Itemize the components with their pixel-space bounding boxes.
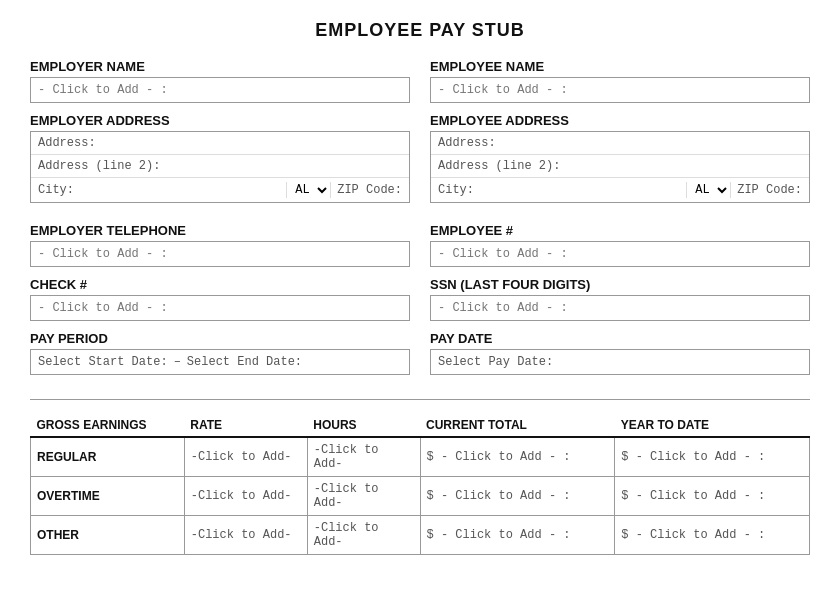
employer-name-group: EMPLOYER NAME bbox=[30, 59, 410, 103]
page-title: EMPLOYEE PAY STUB bbox=[30, 20, 810, 41]
earnings-table: GROSS EARNINGS RATE HOURS CURRENT TOTAL … bbox=[30, 414, 810, 555]
pay-period-box[interactable]: Select Start Date: – Select End Date: bbox=[30, 349, 410, 375]
employer-address-line1: Address: bbox=[31, 132, 409, 155]
th-gross: GROSS EARNINGS bbox=[31, 414, 185, 437]
employer-telephone-label: EMPLOYER TELEPHONE bbox=[30, 223, 410, 238]
earnings-row: REGULAR -Click to Add- -Click to Add- $ … bbox=[31, 437, 810, 477]
earnings-ytd-1[interactable]: $ - Click to Add - : bbox=[615, 477, 810, 516]
check-number-group: CHECK # bbox=[30, 277, 410, 321]
earnings-current-0[interactable]: $ - Click to Add - : bbox=[420, 437, 615, 477]
employer-name-label: EMPLOYER NAME bbox=[30, 59, 410, 74]
employee-name-group: EMPLOYEE NAME bbox=[430, 59, 810, 103]
ssn-group: SSN (LAST FOUR DIGITS) bbox=[430, 277, 810, 321]
earnings-row-label-2: OTHER bbox=[31, 516, 185, 555]
employee-address-label: EMPLOYEE ADDRESS bbox=[430, 113, 810, 128]
employee-address-box: Address: Address (line 2): City: AL AK A… bbox=[430, 131, 810, 203]
earnings-rate-0[interactable]: -Click to Add- bbox=[184, 437, 307, 477]
pay-date-group: PAY DATE Select Pay Date: bbox=[430, 331, 810, 375]
earnings-hours-0[interactable]: -Click to Add- bbox=[307, 437, 420, 477]
employer-state-select[interactable]: AL AK AZ AR CA bbox=[286, 182, 331, 198]
earnings-ytd-2[interactable]: $ - Click to Add - : bbox=[615, 516, 810, 555]
employee-state-select[interactable]: AL AK AZ AR CA bbox=[686, 182, 731, 198]
section-divider bbox=[30, 399, 810, 400]
earnings-hours-1[interactable]: -Click to Add- bbox=[307, 477, 420, 516]
ssn-input[interactable] bbox=[430, 295, 810, 321]
earnings-ytd-0[interactable]: $ - Click to Add - : bbox=[615, 437, 810, 477]
pay-date-box[interactable]: Select Pay Date: bbox=[430, 349, 810, 375]
th-hours: HOURS bbox=[307, 414, 420, 437]
employer-address-group: EMPLOYER ADDRESS Address: Address (line … bbox=[30, 113, 410, 203]
employee-name-input[interactable] bbox=[430, 77, 810, 103]
employer-telephone-input[interactable] bbox=[30, 241, 410, 267]
employee-name-label: EMPLOYEE NAME bbox=[430, 59, 810, 74]
employer-address-label: EMPLOYER ADDRESS bbox=[30, 113, 410, 128]
employee-address-line2: Address (line 2): bbox=[431, 155, 809, 178]
ssn-label: SSN (LAST FOUR DIGITS) bbox=[430, 277, 810, 292]
employer-telephone-group: EMPLOYER TELEPHONE bbox=[30, 223, 410, 267]
employee-number-input[interactable] bbox=[430, 241, 810, 267]
earnings-current-1[interactable]: $ - Click to Add - : bbox=[420, 477, 615, 516]
employee-number-label: EMPLOYEE # bbox=[430, 223, 810, 238]
employer-name-input[interactable] bbox=[30, 77, 410, 103]
pay-date-label: PAY DATE bbox=[430, 331, 810, 346]
earnings-hours-2[interactable]: -Click to Add- bbox=[307, 516, 420, 555]
employee-number-group: EMPLOYEE # bbox=[430, 223, 810, 267]
earnings-row: OTHER -Click to Add- -Click to Add- $ - … bbox=[31, 516, 810, 555]
earnings-row-label-1: OVERTIME bbox=[31, 477, 185, 516]
employer-address-city-row: City: AL AK AZ AR CA ZIP Code: bbox=[31, 178, 409, 202]
earnings-rate-1[interactable]: -Click to Add- bbox=[184, 477, 307, 516]
th-current: CURRENT TOTAL bbox=[420, 414, 615, 437]
employer-address-line2: Address (line 2): bbox=[31, 155, 409, 178]
employee-address-line1: Address: bbox=[431, 132, 809, 155]
th-rate: RATE bbox=[184, 414, 307, 437]
th-ytd: YEAR TO DATE bbox=[615, 414, 810, 437]
employee-address-city-row: City: AL AK AZ AR CA ZIP Code: bbox=[431, 178, 809, 202]
check-number-input[interactable] bbox=[30, 295, 410, 321]
pay-period-label: PAY PERIOD bbox=[30, 331, 410, 346]
earnings-current-2[interactable]: $ - Click to Add - : bbox=[420, 516, 615, 555]
earnings-row: OVERTIME -Click to Add- -Click to Add- $… bbox=[31, 477, 810, 516]
employer-address-box: Address: Address (line 2): City: AL AK A… bbox=[30, 131, 410, 203]
employee-address-group: EMPLOYEE ADDRESS Address: Address (line … bbox=[430, 113, 810, 203]
earnings-row-label-0: REGULAR bbox=[31, 437, 185, 477]
earnings-rate-2[interactable]: -Click to Add- bbox=[184, 516, 307, 555]
pay-period-group: PAY PERIOD Select Start Date: – Select E… bbox=[30, 331, 410, 375]
check-number-label: CHECK # bbox=[30, 277, 410, 292]
